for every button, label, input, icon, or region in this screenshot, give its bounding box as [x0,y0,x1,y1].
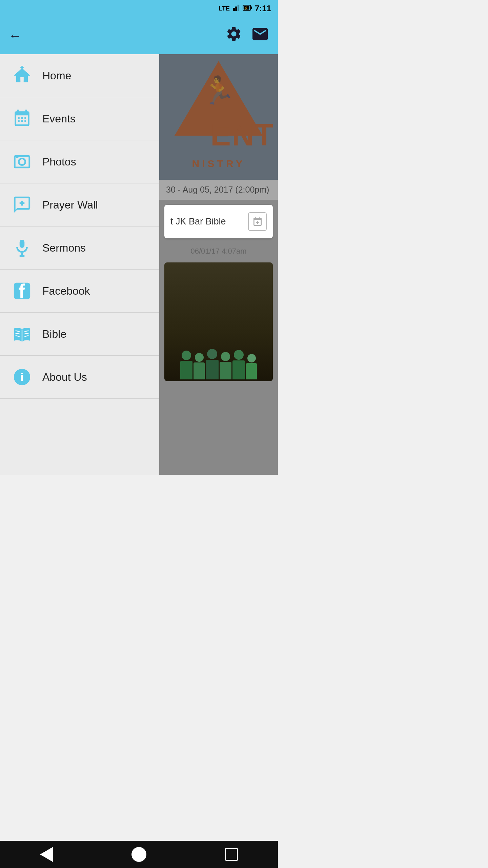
battery-icon: ⚡ [243,4,252,13]
header-right [225,25,269,46]
svg-marker-1 [235,6,237,11]
sidebar-item-home[interactable]: Home [0,54,159,97]
sidebar: Home Events [0,54,159,475]
svg-rect-9 [24,117,26,119]
sidebar-item-facebook[interactable]: Facebook [0,270,159,313]
svg-text:i: i [20,371,23,383]
bible-icon [10,322,34,346]
time-display: 7:11 [255,4,271,13]
sidebar-label-prayer-wall: Prayer Wall [42,199,98,211]
sidebar-item-about-us[interactable]: i About Us [0,356,159,399]
timestamp-text: 06/01/17 4:07am [190,247,246,255]
header-bar: ← [0,17,278,54]
event-date-area: 30 - Aug 05, 2017 (2:00pm) [159,180,278,200]
back-button[interactable]: ← [8,28,22,43]
photos-icon [10,150,34,174]
sidebar-item-sermons[interactable]: Sermons [0,226,159,270]
sidebar-label-bible: Bible [42,328,66,340]
svg-rect-17 [20,240,25,248]
svg-marker-2 [238,5,240,11]
lte-label: LTE [219,5,230,12]
sidebar-label-events: Events [42,113,76,125]
signal-icon [232,4,240,13]
sidebar-label-home: Home [42,70,71,82]
sidebar-label-sermons: Sermons [42,242,86,254]
timestamp-area: 06/01/17 4:07am [159,243,278,259]
event-title: t JK Bar Bible [170,216,226,227]
svg-rect-14 [16,155,19,158]
photo-area [164,262,273,381]
sermons-icon [10,236,34,260]
event-card[interactable]: t JK Bar Bible [164,205,273,238]
svg-rect-8 [21,117,23,119]
svg-rect-12 [24,120,26,122]
sidebar-item-photos[interactable]: Photos [0,140,159,183]
status-icons: LTE ⚡ 7:11 [219,4,271,13]
header-left: ← [8,28,22,43]
status-bar: LTE ⚡ 7:11 [0,0,278,17]
right-panel: 🏃 ENT NISTRY 30 - Aug 05, 2017 (2:00pm) … [159,54,278,475]
about-icon: i [10,365,34,389]
sidebar-label-facebook: Facebook [42,285,90,297]
facebook-icon [10,279,34,303]
settings-button[interactable] [225,25,242,46]
svg-point-13 [19,158,25,165]
sidebar-item-prayer-wall[interactable]: Prayer Wall [0,183,159,226]
mail-button[interactable] [251,26,269,45]
event-date-text: 30 - Aug 05, 2017 (2:00pm) [166,185,269,194]
sidebar-label-photos: Photos [42,156,76,168]
svg-text:⚡: ⚡ [244,6,248,10]
svg-rect-10 [18,120,20,122]
svg-rect-4 [250,6,252,9]
home-icon [10,64,34,87]
church-image: 🏃 ENT NISTRY [159,54,278,180]
sidebar-item-events[interactable]: Events [0,97,159,140]
events-icon [10,107,34,131]
svg-rect-11 [21,120,23,122]
add-to-calendar-button[interactable] [248,212,267,231]
sidebar-label-about-us: About Us [42,371,87,383]
prayer-icon [10,193,34,217]
svg-marker-0 [233,8,235,11]
svg-rect-7 [18,117,20,119]
sidebar-item-bible[interactable]: Bible [0,313,159,356]
main-content: Home Events [0,54,278,475]
